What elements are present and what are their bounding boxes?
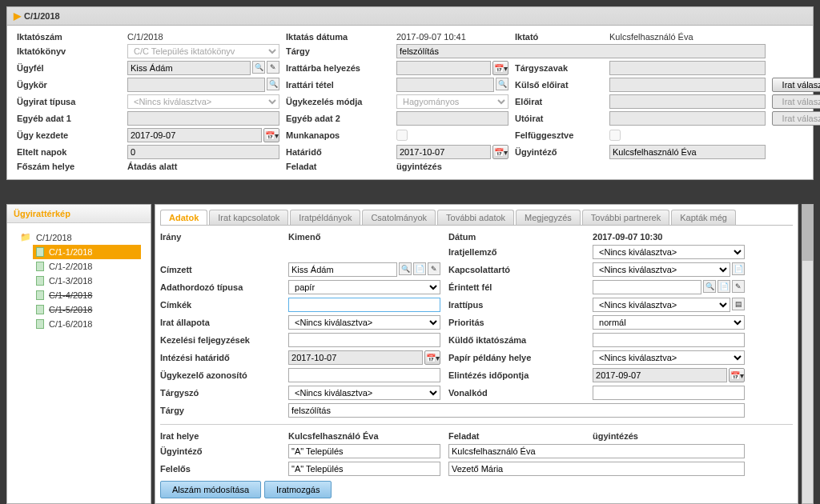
tab-kapták-még[interactable]: Kapták még <box>671 210 736 225</box>
tab-iratpéldányok[interactable]: Iratpéldányok <box>290 210 360 225</box>
tree-item[interactable]: C/1-4/2018 <box>33 288 141 302</box>
tree-item-label: C/1-1/2018 <box>49 247 92 257</box>
tree-item[interactable]: C/1-6/2018 <box>33 317 141 331</box>
lbl-ugyfel: Ügyfél <box>17 63 121 73</box>
search-icon[interactable]: 🔍 <box>399 262 412 275</box>
new-icon[interactable]: 📄 <box>413 262 426 275</box>
calendar-icon[interactable]: 📅▾ <box>492 61 508 75</box>
new-icon[interactable]: 📄 <box>732 262 745 275</box>
calendar-icon[interactable]: 📅▾ <box>263 128 279 142</box>
lbl-erintettfel: Érintett fél <box>448 282 585 292</box>
inp-elintezes <box>593 368 727 382</box>
sel-papirpeldany[interactable]: <Nincs kiválasztva> <box>593 350 745 365</box>
tree-root[interactable]: 📁 C/1/2018 <box>17 230 141 245</box>
inp-felelos-r[interactable] <box>448 462 745 476</box>
sel-kapcsolattarto[interactable]: <Nincs kiválasztva> <box>593 262 730 277</box>
tab-további-partnerek[interactable]: További partnerek <box>582 210 669 225</box>
tree-item-label: C/1-3/2018 <box>49 276 92 286</box>
lbl-iratallapota: Irat állapota <box>160 318 280 327</box>
tree-item[interactable]: C/1-3/2018 <box>33 274 141 288</box>
inp-targy-form[interactable] <box>288 403 745 418</box>
sel-adathordozo[interactable]: papír <box>288 280 440 294</box>
sel-ugyirattipusa[interactable]: <Nincs kiválasztva> <box>127 94 279 109</box>
tree-item[interactable]: C/1-5/2018 <box>33 302 141 317</box>
main-panel: AdatokIrat kapcsolatokIratpéldányokCsato… <box>155 204 798 504</box>
inp-targyszavak <box>609 61 766 75</box>
tab-irat-kapcsolatok[interactable]: Irat kapcsolatok <box>209 210 288 225</box>
inp-ugyintezo-l[interactable] <box>288 444 440 458</box>
lbl-irany: Irány <box>160 232 280 242</box>
document-icon <box>36 247 44 257</box>
sel-iratallapota[interactable]: <Nincs kiválasztva> <box>288 315 440 330</box>
tree-item-label: C/1-6/2018 <box>49 319 92 329</box>
sel-iktatokonyv[interactable]: C/C Település iktatókönyv <box>127 44 279 58</box>
top-panel: Iktatószám C/1/2018 Iktatás dátuma 2017-… <box>6 26 814 180</box>
inp-kezelesi[interactable] <box>288 333 440 347</box>
edit-icon[interactable]: ✎ <box>267 61 279 74</box>
val-datum: 2017-09-07 10:30 <box>593 232 745 242</box>
calendar-icon[interactable]: 📅▾ <box>492 145 508 159</box>
btn-alszam[interactable]: Alszám módosítása <box>160 481 261 498</box>
tab-adatok[interactable]: Adatok <box>160 210 207 225</box>
lbl-munkanapos: Munkanapos <box>286 130 390 140</box>
inp-cimzett[interactable] <box>288 262 397 277</box>
scrollbar[interactable] <box>802 204 814 504</box>
edit-icon[interactable]: ✎ <box>428 262 440 275</box>
lbl-kuldoiktato: Küldő iktatószáma <box>448 335 585 345</box>
lbl-foszamhelye: Főszám helye <box>17 162 121 171</box>
tab-csatolmányok[interactable]: Csatolmányok <box>362 210 436 225</box>
new-icon[interactable]: 📄 <box>718 280 730 293</box>
lbl-targyszo: Tárgyszó <box>160 388 280 398</box>
sel-targyszo[interactable]: <Nincs kiválasztva> <box>288 386 440 400</box>
btn-iratvalasztas-2: Irat választás <box>772 94 820 109</box>
inp-felelos-l[interactable] <box>288 462 440 476</box>
lbl-ugyintezo-top: Ügyintéző <box>515 147 603 157</box>
inp-kuldoiktato[interactable] <box>593 333 745 347</box>
document-icon <box>36 276 44 286</box>
tree-item[interactable]: C/1-2/2018 <box>33 259 141 274</box>
lbl-utoirat: Utóirat <box>515 114 603 123</box>
inp-targy-top <box>396 44 766 58</box>
tree-item-label: C/1-4/2018 <box>49 290 92 300</box>
lbl-egyeb2: Egyéb adat 2 <box>286 114 390 123</box>
lbl-elintezes: Elintézés időpontja <box>448 370 585 380</box>
lbl-egyeb1: Egyéb adat 1 <box>17 114 121 123</box>
inp-ugykezelo[interactable] <box>288 368 440 382</box>
action-icon[interactable]: ▤ <box>732 298 745 310</box>
calendar-icon[interactable]: 📅▾ <box>729 368 745 382</box>
tab-megjegyzés[interactable]: Megjegyzés <box>516 210 581 225</box>
lbl-felfuggesztve: Felfüggesztve <box>515 130 603 140</box>
lbl-eloirat: Előirat <box>515 97 603 106</box>
search-icon[interactable]: 🔍 <box>703 280 716 293</box>
search-icon[interactable]: 🔍 <box>267 78 279 90</box>
sel-prioritas[interactable]: normál <box>593 315 745 330</box>
lbl-irattarba: Irattárba helyezés <box>286 63 390 73</box>
inp-vonalkod[interactable] <box>593 386 745 400</box>
btn-iratvalasztas-1[interactable]: Irat választás <box>772 78 820 92</box>
val-foszamhelye: Átadás alatt <box>127 162 279 171</box>
lbl-targyszavak: Tárgyszavak <box>515 63 603 73</box>
search-icon[interactable]: 🔍 <box>252 61 265 74</box>
document-icon <box>36 290 44 300</box>
sel-irattipus[interactable]: <Nincs kiválasztva> <box>593 298 730 312</box>
calendar-icon[interactable]: 📅▾ <box>424 350 440 365</box>
edit-icon[interactable]: ✎ <box>732 280 745 293</box>
btn-iratmozgas[interactable]: Iratmozgás <box>264 481 332 498</box>
tree-item[interactable]: C/1-1/2018 <box>33 245 141 259</box>
document-icon <box>36 305 44 314</box>
chk-felfuggesztve <box>609 130 621 141</box>
inp-erintettfel[interactable] <box>593 280 701 294</box>
sel-iratjellemzo[interactable]: <Nincs kiválasztva> <box>593 245 745 259</box>
sel-ugykezelesmodja[interactable]: Hagyományos <box>396 94 508 109</box>
inp-cimkek[interactable] <box>288 298 440 312</box>
inp-ugyfel <box>127 61 251 75</box>
inp-ugyintezo-r[interactable] <box>448 444 745 458</box>
val-iktatoszam: C/1/2018 <box>127 32 279 42</box>
val-feladat-top: ügyintézés <box>396 162 508 171</box>
tab-további-adatok[interactable]: További adatok <box>437 210 514 225</box>
val-irany: Kimenő <box>288 232 440 242</box>
sidebar-title: Ügyirattérkép <box>7 205 151 223</box>
tree-item-label: C/1-2/2018 <box>49 262 92 271</box>
search-icon[interactable]: 🔍 <box>496 78 508 90</box>
lbl-feladat-top: Feladat <box>286 162 390 171</box>
